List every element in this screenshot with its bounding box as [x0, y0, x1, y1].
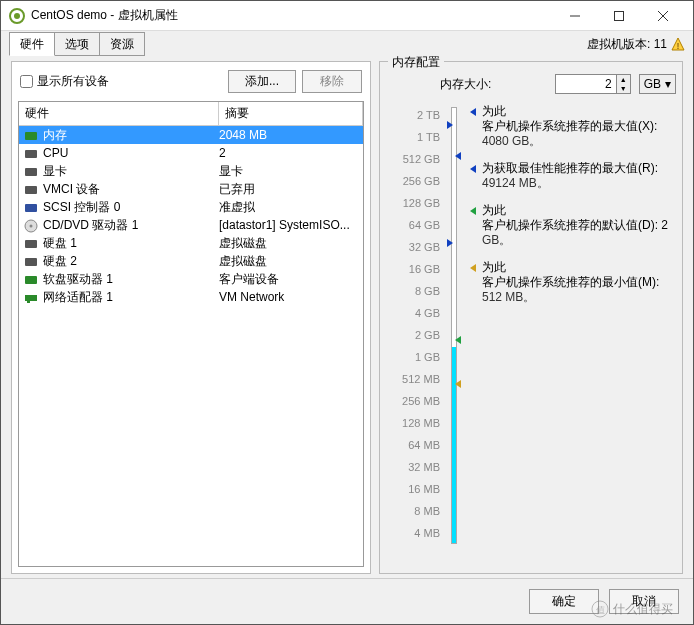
svg-rect-3 — [615, 11, 624, 20]
hw-name: 软盘驱动器 1 — [43, 271, 219, 288]
warning-icon: ! — [671, 37, 685, 51]
scale-tick: 128 MB — [390, 412, 440, 434]
disk-icon — [23, 254, 39, 268]
hw-row-vmci[interactable]: VMCI 设备已弃用 — [19, 180, 363, 198]
svg-rect-11 — [25, 186, 37, 194]
scsi-icon — [23, 200, 39, 214]
remove-button[interactable]: 移除 — [302, 70, 362, 93]
hw-summary: 准虚拟 — [219, 199, 361, 216]
scale-tick: 256 GB — [390, 170, 440, 192]
mem-recommendation: 为此客户机操作系统推荐的默认值(D): 2GB。 — [470, 203, 676, 248]
ok-button[interactable]: 确定 — [529, 589, 599, 614]
tab-options[interactable]: 选项 — [54, 32, 100, 56]
scale-tick: 1 GB — [390, 346, 440, 368]
hw-row-nic[interactable]: 网络适配器 1VM Network — [19, 288, 363, 306]
scale-tick: 4 GB — [390, 302, 440, 324]
triangle-blue-icon — [470, 108, 476, 116]
svg-text:!: ! — [677, 41, 680, 51]
hw-row-cpu[interactable]: CPU2 — [19, 144, 363, 162]
hw-summary: 显卡 — [219, 163, 361, 180]
memory-legend: 内存配置 — [388, 54, 444, 71]
hw-summary: 虚拟磁盘 — [219, 253, 361, 270]
memory-size-label: 内存大小: — [440, 76, 491, 93]
hw-summary: 2048 MB — [219, 128, 361, 142]
hw-name: 内存 — [43, 127, 219, 144]
svg-rect-10 — [25, 168, 37, 176]
hw-name: CPU — [43, 146, 219, 160]
tab-hardware[interactable]: 硬件 — [9, 32, 55, 56]
svg-point-1 — [14, 13, 20, 19]
spin-down[interactable]: ▼ — [617, 84, 630, 93]
svg-rect-18 — [25, 295, 37, 301]
nic-icon — [23, 290, 39, 304]
memory-unit-combo[interactable]: GB ▾ — [639, 74, 676, 94]
hw-name: SCSI 控制器 0 — [43, 199, 219, 216]
vm-version-label: 虚拟机版本: 11 — [587, 36, 667, 53]
memory-config-group: 内存配置 内存大小: ▲▼ GB ▾ 2 TB1 TB512 GB256 GB1… — [379, 61, 683, 574]
show-all-label: 显示所有设备 — [37, 73, 109, 90]
tab-resources[interactable]: 资源 — [99, 32, 145, 56]
hw-summary: 虚拟磁盘 — [219, 235, 361, 252]
close-button[interactable] — [641, 2, 685, 30]
marker-max-guest — [447, 121, 453, 129]
memory-descriptions: 为此客户机操作系统推荐的最大值(X):4080 GB。为获取最佳性能推荐的最大值… — [470, 104, 676, 544]
show-all-devices-checkbox[interactable]: 显示所有设备 — [20, 73, 222, 90]
maximize-button[interactable] — [597, 2, 641, 30]
chevron-down-icon: ▾ — [665, 77, 671, 91]
scale-tick: 4 MB — [390, 522, 440, 544]
triangle-orange-icon — [470, 264, 476, 272]
disk-icon — [23, 236, 39, 250]
svg-rect-16 — [25, 258, 37, 266]
scale-tick: 512 MB — [390, 368, 440, 390]
scale-tick: 64 GB — [390, 214, 440, 236]
hw-row-floppy[interactable]: 软盘驱动器 1客户端设备 — [19, 270, 363, 288]
hw-row-scsi[interactable]: SCSI 控制器 0准虚拟 — [19, 198, 363, 216]
mem-recommendation: 为此客户机操作系统推荐的最大值(X):4080 GB。 — [470, 104, 676, 149]
svg-rect-19 — [27, 301, 30, 303]
scale-tick: 512 GB — [390, 148, 440, 170]
vmci-icon — [23, 182, 39, 196]
hw-name: 网络适配器 1 — [43, 289, 219, 306]
scale-tick: 2 GB — [390, 324, 440, 346]
memory-size-spinner[interactable]: ▲▼ — [555, 74, 631, 94]
spin-up[interactable]: ▲ — [617, 75, 630, 84]
marker-perf — [447, 239, 453, 247]
hw-row-video[interactable]: 显卡显卡 — [19, 162, 363, 180]
minimize-button[interactable] — [553, 2, 597, 30]
scale-tick: 64 MB — [390, 434, 440, 456]
hw-row-disk[interactable]: 硬盘 2虚拟磁盘 — [19, 252, 363, 270]
scale-tick: 8 MB — [390, 500, 440, 522]
scale-tick: 16 MB — [390, 478, 440, 500]
col-summary[interactable]: 摘要 — [219, 102, 363, 125]
hw-summary: 客户端设备 — [219, 271, 361, 288]
scale-tick: 8 GB — [390, 280, 440, 302]
marker-default — [455, 336, 461, 344]
memory-ruler[interactable] — [448, 104, 462, 544]
svg-rect-9 — [25, 150, 37, 158]
mem-recommendation: 为获取最佳性能推荐的最大值(R):49124 MB。 — [470, 161, 676, 191]
col-hardware[interactable]: 硬件 — [19, 102, 219, 125]
scale-tick: 256 MB — [390, 390, 440, 412]
cancel-button[interactable]: 取消 — [609, 589, 679, 614]
marker-max-perf-r — [455, 152, 461, 160]
app-icon — [9, 8, 25, 24]
svg-rect-15 — [25, 240, 37, 248]
show-all-checkbox-input[interactable] — [20, 75, 33, 88]
svg-point-14 — [30, 225, 33, 228]
memory-unit-label: GB — [644, 77, 661, 91]
triangle-green-icon — [470, 207, 476, 215]
memory-size-input[interactable] — [556, 75, 616, 93]
memory-scale: 2 TB1 TB512 GB256 GB128 GB64 GB32 GB16 G… — [390, 104, 440, 544]
triangle-blue-icon — [470, 165, 476, 173]
scale-tick: 128 GB — [390, 192, 440, 214]
hw-name: 硬盘 2 — [43, 253, 219, 270]
scale-tick: 32 MB — [390, 456, 440, 478]
memory-fill-bar — [452, 347, 456, 543]
hw-row-mem[interactable]: 内存2048 MB — [19, 126, 363, 144]
hw-row-disk[interactable]: 硬盘 1虚拟磁盘 — [19, 234, 363, 252]
hw-row-cd[interactable]: CD/DVD 驱动器 1[datastor1] SystemISO... — [19, 216, 363, 234]
add-button[interactable]: 添加... — [228, 70, 296, 93]
mem-recommendation: 为此客户机操作系统推荐的最小值(M):512 MB。 — [470, 260, 676, 305]
video-icon — [23, 164, 39, 178]
hw-name: VMCI 设备 — [43, 181, 219, 198]
